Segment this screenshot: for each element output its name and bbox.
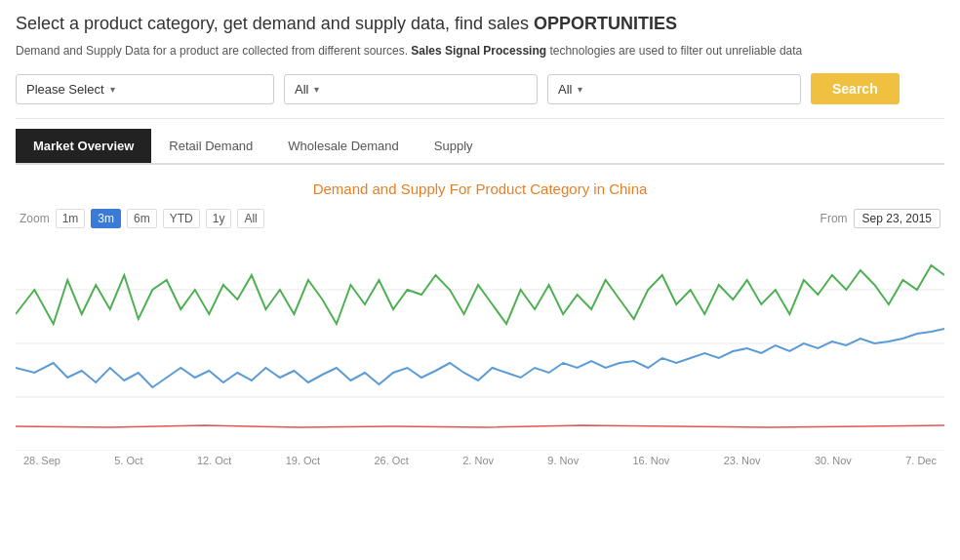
headline-prefix: Select a product category, get demand an… xyxy=(16,14,534,33)
page-container: Select a product category, get demand an… xyxy=(0,0,960,478)
zoom-1y[interactable]: 1y xyxy=(206,209,232,228)
chart-container xyxy=(16,236,944,451)
chart-section: Demand and Supply For Product Category i… xyxy=(16,165,944,466)
x-label-2: 12. Oct xyxy=(197,455,231,466)
x-label-0: 28. Sep xyxy=(23,455,60,466)
filter-row: Please Select ▾ All ▾ All ▾ Search xyxy=(16,73,944,104)
tabs-row: Market Overview Retail Demand Wholesale … xyxy=(16,129,944,165)
chart-svg xyxy=(16,236,944,451)
tab-wholesale-demand[interactable]: Wholesale Demand xyxy=(270,129,416,163)
filter2-label: All xyxy=(558,82,572,97)
zoom-ytd[interactable]: YTD xyxy=(163,209,200,228)
subtitle-bold: Sales Signal Processing xyxy=(411,44,546,58)
x-label-10: 7. Dec xyxy=(905,455,937,466)
page-subtitle: Demand and Supply Data for a product are… xyxy=(16,42,944,60)
zoom-right: From Sep 23, 2015 xyxy=(820,209,940,228)
tab-retail-demand[interactable]: Retail Demand xyxy=(151,129,270,163)
chart-title: Demand and Supply For Product Category i… xyxy=(16,180,944,197)
tab-market-overview[interactable]: Market Overview xyxy=(16,129,151,163)
x-label-3: 19. Oct xyxy=(286,455,320,466)
subtitle-suffix: technologies are used to filter out unre… xyxy=(546,44,802,58)
zoom-1m[interactable]: 1m xyxy=(56,209,86,228)
category-select-label: Please Select xyxy=(26,82,104,97)
page-headline: Select a product category, get demand an… xyxy=(16,12,944,36)
chart-title-prefix: Demand and Supply For xyxy=(313,180,476,197)
zoom-controls: Zoom 1m 3m 6m YTD 1y All xyxy=(20,209,264,228)
category-caret-icon: ▾ xyxy=(110,84,115,95)
date-box[interactable]: Sep 23, 2015 xyxy=(854,209,940,228)
zoom-all[interactable]: All xyxy=(237,209,263,228)
chart-title-suffix: in China xyxy=(589,180,647,197)
zoom-3m[interactable]: 3m xyxy=(91,209,121,228)
subtitle-prefix: Demand and Supply Data for a product are… xyxy=(16,44,411,58)
category-select[interactable]: Please Select ▾ xyxy=(16,74,274,104)
chart-title-highlight: Product Category xyxy=(475,180,589,197)
zoom-label: Zoom xyxy=(20,212,50,225)
x-label-9: 30. Nov xyxy=(815,455,852,466)
x-label-4: 26. Oct xyxy=(374,455,408,466)
x-label-6: 9. Nov xyxy=(547,455,579,466)
headline-highlight: OPPORTUNITIES xyxy=(534,14,677,33)
zoom-row: Zoom 1m 3m 6m YTD 1y All From Sep 23, 20… xyxy=(16,209,944,228)
filter1-caret-icon: ▾ xyxy=(314,84,319,95)
filter1-label: All xyxy=(295,82,308,97)
tab-supply[interactable]: Supply xyxy=(417,129,491,163)
filter1-select[interactable]: All ▾ xyxy=(284,74,538,104)
x-label-1: 5. Oct xyxy=(114,455,142,466)
divider xyxy=(16,118,944,119)
from-label: From xyxy=(820,212,848,225)
filter2-caret-icon: ▾ xyxy=(578,84,582,95)
x-label-7: 16. Nov xyxy=(632,455,669,466)
zoom-6m[interactable]: 6m xyxy=(127,209,157,228)
x-label-5: 2. Nov xyxy=(462,455,494,466)
search-button[interactable]: Search xyxy=(811,73,900,104)
filter2-select[interactable]: All ▾ xyxy=(547,74,801,104)
x-axis-labels: 28. Sep 5. Oct 12. Oct 19. Oct 26. Oct 2… xyxy=(16,451,944,466)
x-label-8: 23. Nov xyxy=(724,455,761,466)
